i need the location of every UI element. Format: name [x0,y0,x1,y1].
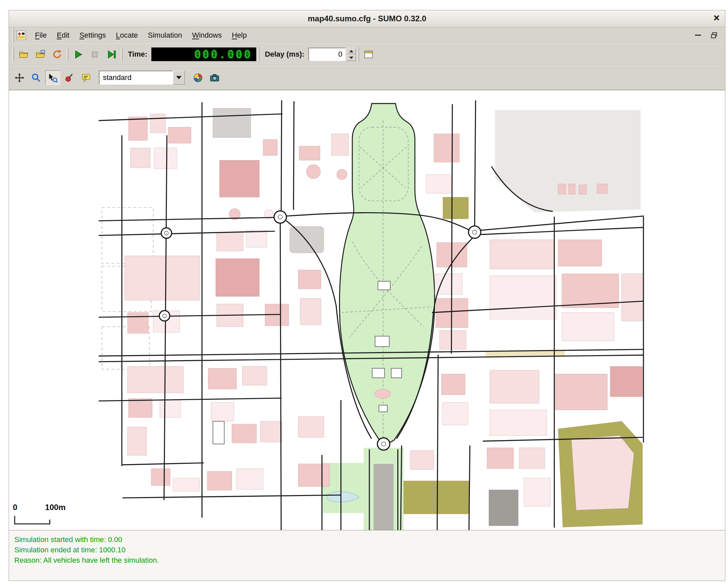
zoom-icon [31,73,41,83]
menu-windows[interactable]: Windows [187,29,227,41]
coloring-scheme-combo[interactable]: standard [99,71,185,85]
screenshot-button[interactable] [207,70,222,85]
recenter-icon [14,73,25,83]
play-icon [73,49,83,60]
time-display: 000.000 [151,47,256,61]
app-icon [17,31,26,40]
toolbar-grip[interactable] [357,47,359,61]
new-view-icon [363,49,374,60]
menu-simulation[interactable]: Simulation [143,29,187,41]
locate-button[interactable] [62,70,77,85]
view-toolbar: standard [9,65,725,90]
titlebar[interactable]: map40.sumo.cfg - SUMO 0.32.0 × [9,10,725,27]
stop-icon [89,49,100,60]
minimize-icon [695,35,701,36]
run-button[interactable] [71,47,85,61]
coloring-scheme-field[interactable]: standard [99,71,173,85]
delay-input[interactable] [309,48,345,60]
window-controls [692,30,723,40]
recenter-button[interactable] [12,70,27,85]
open-network-icon [35,49,46,60]
chevron-down-icon [176,76,182,79]
scale-start-label: 0 [12,503,17,512]
time-label: Time: [128,50,147,59]
reload-icon [52,49,62,60]
restore-button[interactable] [708,30,720,40]
step-icon [106,49,116,60]
restore-icon [710,32,718,39]
delay-spin-up[interactable] [347,48,356,54]
menu-help[interactable]: Help [227,29,252,41]
cursor-zoom-icon [48,73,58,83]
step-button[interactable] [104,47,119,61]
new-view-button[interactable] [361,47,376,61]
toolbar-grip[interactable] [12,28,14,42]
menu-file[interactable]: File [30,29,52,41]
status-message: Simulation started with time: 0.00 [14,534,720,545]
tooltip-icon [81,73,91,83]
spin-up-icon [349,50,353,52]
map-scale: 0 100m [12,503,66,524]
locate-icon [64,73,75,83]
open-config-icon [19,49,29,60]
open-network-button[interactable] [33,47,48,61]
delay-spin-down[interactable] [347,55,356,61]
reload-button[interactable] [50,47,64,61]
toolbar-grip[interactable] [258,47,259,61]
sumo-window: map40.sumo.cfg - SUMO 0.32.0 × File Edit… [9,10,725,581]
delay-spinner [347,48,356,61]
menubar: File Edit Settings Locate Simulation Win… [9,27,725,43]
delay-label: Delay (ms): [265,50,304,59]
main-toolbar: Time: 000.000 Delay (ms): [9,43,725,65]
status-message: Simulation ended at time: 1000.10 [14,545,720,555]
toolbar-grip[interactable] [67,47,68,61]
camera-icon [209,73,220,83]
select-zoom-button[interactable] [45,70,60,85]
coloring-scheme-value: standard [103,73,132,82]
coloring-scheme-dropdown-button[interactable] [173,71,185,85]
menu-locate[interactable]: Locate [111,29,143,41]
color-wheel-icon [193,73,203,83]
spin-down-icon [349,57,353,59]
zoom-button[interactable] [29,70,43,85]
status-log: Simulation started with time: 0.00 Simul… [9,530,725,581]
toolbar-grip[interactable] [121,47,123,61]
window-title: map40.sumo.cfg - SUMO 0.32.0 [308,14,426,23]
menu-settings[interactable]: Settings [74,29,111,41]
scale-end-label: 100m [45,503,66,512]
map-canvas: 0 100m [9,90,725,530]
tooltip-button[interactable] [79,70,93,85]
status-message: Reason: All vehicles have left the simul… [14,555,720,565]
open-config-button[interactable] [16,47,31,61]
delay-field [308,48,346,61]
minimize-button[interactable] [692,30,704,40]
map-view[interactable]: 0 100m [9,90,725,530]
menu-edit[interactable]: Edit [52,29,74,41]
close-button[interactable]: × [713,12,720,23]
stop-button[interactable] [87,47,102,61]
toolbar-grip[interactable] [12,47,14,61]
edit-coloring-button[interactable] [190,70,205,85]
